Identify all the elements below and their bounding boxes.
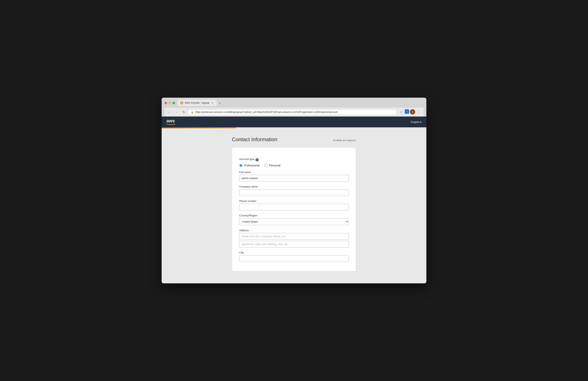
personal-option[interactable]: Personal: [264, 164, 280, 167]
chevron-down-icon: ▾: [420, 121, 421, 124]
full-name-group: Full name: [239, 171, 349, 181]
country-select[interactable]: United States Canada United Kingdom Aust…: [239, 218, 349, 225]
professional-label: Professional: [244, 164, 259, 167]
required-note: All fields are required.: [333, 139, 356, 142]
close-button[interactable]: [165, 102, 167, 104]
back-button[interactable]: ←: [167, 109, 172, 115]
browser-actions: ☆ I A ⋮: [398, 109, 421, 115]
address-line2-input[interactable]: [239, 241, 349, 247]
window-controls: [165, 102, 175, 104]
account-type-label-row: Account type i: [239, 158, 349, 162]
professional-radio[interactable]: [239, 164, 242, 167]
company-name-group: Company name: [239, 185, 349, 196]
full-name-label: Full name: [239, 171, 349, 174]
menu-button[interactable]: ⋮: [416, 109, 421, 115]
account-type-radio-group: Professional Personal: [239, 164, 349, 167]
phone-input[interactable]: [239, 204, 349, 210]
tab-bar: ▲ AWS Console - Signup ✕ +: [177, 100, 223, 106]
account-type-label: Account type: [239, 158, 254, 161]
active-tab[interactable]: ▲ AWS Console - Signup ✕: [177, 100, 217, 106]
city-group: City: [239, 251, 349, 262]
personal-label: Personal: [269, 164, 280, 167]
maximize-button[interactable]: [172, 102, 175, 104]
browser-chrome: ▲ AWS Console - Signup ✕ + ← → ↻ 🔒 https…: [162, 98, 426, 117]
tab-favicon: ▲: [180, 102, 183, 104]
address-bar[interactable]: 🔒 https://portal.aws.amazon.com/billing/…: [188, 110, 397, 114]
browser-window: ▲ AWS Console - Signup ✕ + ← → ↻ 🔒 https…: [162, 98, 426, 283]
page-header: Contact Information All fields are requi…: [232, 136, 356, 143]
tab-title: AWS Console - Signup: [185, 102, 209, 104]
bookmark-button[interactable]: ☆: [398, 109, 404, 115]
language-label: English: [411, 121, 419, 124]
page-title: Contact Information: [232, 136, 277, 143]
country-label: Country/Region: [239, 214, 349, 217]
language-selector[interactable]: English ▾: [411, 121, 421, 124]
address-label: Address: [239, 229, 349, 232]
url-text: https://portal.aws.amazon.com/billing/si…: [195, 111, 337, 113]
aws-logo-text: aws: [167, 119, 175, 123]
new-tab-button[interactable]: +: [217, 101, 223, 106]
tab-close-button[interactable]: ✕: [211, 101, 214, 105]
forward-button[interactable]: →: [174, 109, 179, 115]
full-name-input[interactable]: [239, 175, 349, 181]
titlebar: ▲ AWS Console - Signup ✕ +: [165, 100, 423, 106]
company-name-label: Company name: [239, 185, 349, 188]
address-bar-row: ← → ↻ 🔒 https://portal.aws.amazon.com/bi…: [165, 108, 423, 117]
account-type-info-icon[interactable]: i: [255, 158, 259, 161]
aws-logo: aws: [167, 119, 175, 125]
address-line1-input[interactable]: [239, 233, 349, 240]
account-type-group: Account type i Professional Personal: [239, 158, 349, 167]
address-group: Address: [239, 229, 349, 247]
form-card: Account type i Professional Personal: [232, 148, 356, 271]
phone-label: Phone number: [239, 200, 349, 203]
city-input[interactable]: [239, 255, 349, 262]
professional-option[interactable]: Professional: [239, 164, 259, 167]
refresh-button[interactable]: ↻: [181, 109, 187, 115]
country-group: Country/Region United States Canada Unit…: [239, 214, 349, 225]
aws-smile-icon: [167, 124, 175, 125]
extension-button[interactable]: I: [405, 109, 409, 114]
city-label: City: [239, 251, 349, 254]
form-section: Contact Information All fields are requi…: [232, 136, 356, 271]
profile-button[interactable]: A: [410, 109, 415, 114]
minimize-button[interactable]: [168, 102, 171, 104]
phone-group: Phone number: [239, 200, 349, 210]
aws-header: aws English ▾: [162, 117, 426, 127]
page-content: Contact Information All fields are requi…: [162, 128, 426, 283]
personal-radio[interactable]: [264, 164, 268, 167]
lock-icon: 🔒: [191, 111, 194, 113]
company-name-input[interactable]: [239, 189, 349, 196]
